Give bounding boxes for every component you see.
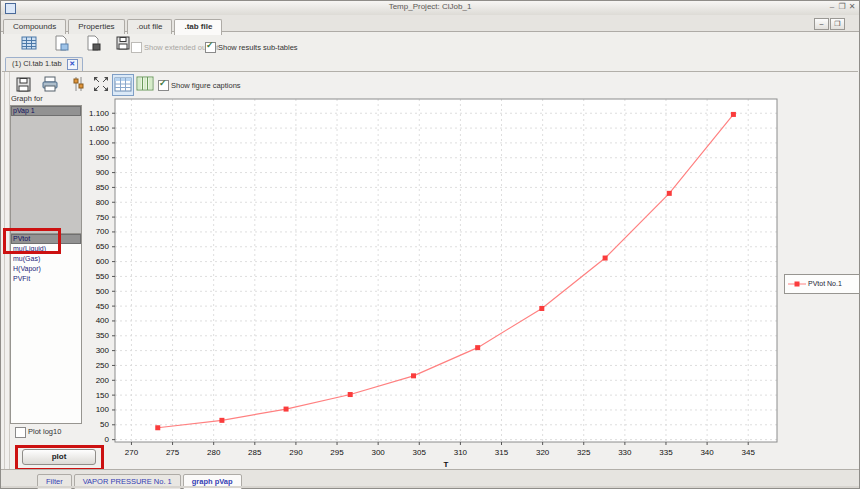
svg-text:950: 950 — [96, 153, 110, 162]
svg-text:330: 330 — [618, 448, 632, 457]
svg-text:270: 270 — [125, 448, 139, 457]
svg-text:320: 320 — [536, 448, 550, 457]
save-figure-icon[interactable] — [15, 76, 31, 92]
svg-text:280: 280 — [207, 448, 221, 457]
table-icon[interactable] — [21, 35, 37, 51]
child-maximize-icon[interactable]: ❐ — [830, 18, 845, 30]
svg-text:305: 305 — [413, 448, 427, 457]
window-title: Temp_Project: ClJob_1 — [1, 2, 859, 11]
svg-text:335: 335 — [659, 448, 673, 457]
adjust-icon[interactable] — [71, 75, 87, 91]
vapor-pressure-chart: 0501001502002503003504004505005506006507… — [87, 94, 782, 468]
svg-text:50: 50 — [100, 420, 109, 429]
minimize-icon[interactable]: – — [827, 2, 837, 11]
annotation-box-series-item — [3, 228, 61, 254]
svg-text:250: 250 — [96, 361, 110, 370]
chart-legend: PVtot No.1 — [784, 274, 860, 294]
svg-text:150: 150 — [96, 391, 110, 400]
list-item-pvfit[interactable]: PVFit — [11, 274, 81, 284]
svg-text:315: 315 — [495, 448, 509, 457]
list-item-pvap-1[interactable]: pVap 1 — [11, 106, 81, 116]
svg-text:850: 850 — [96, 183, 110, 192]
svg-text:700: 700 — [96, 227, 110, 236]
svg-text:345: 345 — [742, 448, 756, 457]
show-results-subtables-checkbox[interactable]: ✓ — [205, 42, 216, 53]
svg-text:900: 900 — [96, 168, 110, 177]
title-bar[interactable]: Temp_Project: ClJob_1 – ❐ ✕ — [1, 1, 859, 16]
chart-canvas: 0501001502002503003504004505005506006507… — [87, 94, 782, 468]
svg-text:400: 400 — [96, 316, 110, 325]
svg-text:800: 800 — [96, 198, 110, 207]
tab-close-icon[interactable]: ✕ — [67, 59, 78, 70]
svg-text:750: 750 — [96, 213, 110, 222]
figure-panel: ✓ Show figure captions Graph for pVap 1 … — [2, 71, 858, 470]
graph-for-label: Graph for — [11, 94, 43, 103]
show-figure-captions-checkbox[interactable]: ✓ — [158, 80, 169, 91]
series-listbox[interactable]: PVtotmu(Liquid)mu(Gas)H(Vapor)PVFit — [10, 233, 82, 424]
svg-text:450: 450 — [96, 302, 110, 311]
svg-text:550: 550 — [96, 272, 110, 281]
document-tab-label: (1) Cl.tab 1.tab — [12, 59, 62, 68]
print-icon[interactable] — [41, 76, 57, 92]
fit-icon[interactable] — [92, 75, 108, 91]
svg-text:100: 100 — [96, 405, 110, 414]
svg-text:1.050: 1.050 — [89, 124, 110, 133]
checkmark-icon: ✓ — [159, 78, 167, 88]
svg-text:300: 300 — [96, 346, 110, 355]
show-extended-output-checkbox[interactable] — [131, 42, 142, 53]
svg-text:0: 0 — [105, 435, 110, 444]
svg-text:650: 650 — [96, 242, 110, 251]
child-minimize-icon[interactable]: – — [814, 18, 829, 30]
document-tab[interactable]: (1) Cl.tab 1.tab ✕ — [5, 57, 83, 72]
checkmark-icon: ✓ — [206, 40, 214, 50]
show-figure-captions-label: Show figure captions — [171, 81, 241, 90]
svg-text:295: 295 — [330, 448, 344, 457]
svg-text:500: 500 — [96, 287, 110, 296]
table-view-icon[interactable] — [112, 74, 134, 96]
legend-label: PVtot No.1 — [808, 280, 842, 287]
svg-text:310: 310 — [454, 448, 468, 457]
close-icon[interactable]: ✕ — [847, 2, 857, 11]
app-window: Temp_Project: ClJob_1 – ❐ ✕ – ❐ Compound… — [0, 0, 860, 489]
column-view-icon[interactable] — [135, 74, 155, 94]
svg-text:200: 200 — [96, 376, 110, 385]
annotation-box-plot-button — [15, 445, 104, 471]
restore-icon[interactable]: ❐ — [837, 2, 847, 11]
list-item-h-vapor-[interactable]: H(Vapor) — [11, 264, 81, 274]
main-toolbar: Show extended output ✓ Show results sub-… — [1, 32, 859, 57]
plot-log10-label: Plot log10 — [28, 427, 61, 436]
svg-text:340: 340 — [700, 448, 714, 457]
svg-text:1.100: 1.100 — [89, 109, 110, 118]
svg-text:T: T — [444, 460, 449, 468]
svg-text:350: 350 — [96, 331, 110, 340]
graph-listbox[interactable]: pVap 1 — [10, 105, 82, 234]
svg-text:290: 290 — [289, 448, 303, 457]
svg-text:1.000: 1.000 — [89, 138, 110, 147]
save-icon[interactable] — [115, 35, 131, 51]
file-copy-icon[interactable] — [53, 35, 69, 51]
legend-marker-icon — [788, 280, 806, 288]
plot-log10-checkbox[interactable] — [15, 427, 26, 438]
list-item-mu-gas-[interactable]: mu(Gas) — [11, 254, 81, 264]
document-tab-bar: (1) Cl.tab 1.tab ✕ — [1, 57, 859, 71]
svg-text:325: 325 — [577, 448, 591, 457]
status-bar — [1, 486, 859, 488]
show-results-subtables-label: Show results sub-tables — [218, 43, 298, 52]
svg-text:275: 275 — [166, 448, 180, 457]
svg-text:300: 300 — [371, 448, 385, 457]
main-tab-bar: – ❐ CompoundsProperties.out file.tab fil… — [1, 15, 859, 32]
svg-text:285: 285 — [248, 448, 262, 457]
file-export-icon[interactable] — [85, 35, 101, 51]
svg-text:600: 600 — [96, 257, 110, 266]
